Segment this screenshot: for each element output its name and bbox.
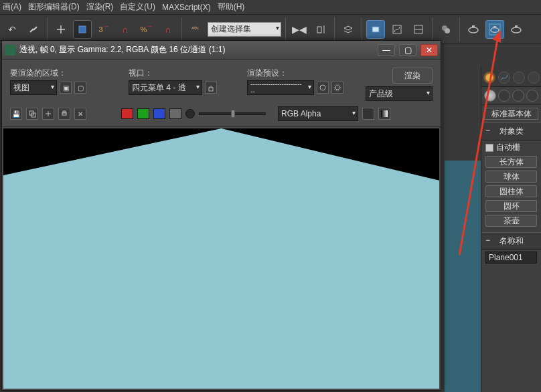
svg-rect-0 <box>79 26 86 33</box>
region-select-icon[interactable]: ▣ <box>60 82 72 94</box>
object-name-input[interactable]: Plane001 <box>485 252 537 264</box>
svg-rect-16 <box>209 88 213 91</box>
render-window-title: 透视, 帧 0, 显示 Gamma: 2.2, RGBA 颜色 16 位/通道 … <box>19 44 374 56</box>
svg-rect-10 <box>472 25 475 27</box>
menu-draw[interactable]: 画(A) <box>3 1 21 13</box>
layers-icon[interactable] <box>339 20 358 39</box>
align-icon[interactable] <box>311 20 330 39</box>
render-production-icon[interactable] <box>507 20 526 39</box>
render-setup-icon[interactable] <box>464 20 483 39</box>
viewport-dropdown[interactable]: 四元菜单 4 - 透 <box>129 80 202 95</box>
render-button[interactable]: 渲染 <box>392 68 433 84</box>
svg-rect-13 <box>493 26 496 28</box>
rendered-plane-shape <box>3 128 439 389</box>
modify-tab-icon[interactable] <box>498 72 510 84</box>
axis-icon[interactable] <box>52 20 70 39</box>
create-tab-icon[interactable] <box>483 72 495 84</box>
render-preset-label: 渲染预设： <box>247 68 359 79</box>
exposure-slider[interactable] <box>199 112 266 115</box>
command-panel: 标准基本体 − 对象类 自动栅 长方体 球体 圆柱体 圆环 茶壶 − 名称和 P… <box>481 67 541 392</box>
svg-rect-3 <box>372 27 379 32</box>
alpha-channel-toggle[interactable] <box>169 108 181 119</box>
green-channel-toggle[interactable] <box>137 108 149 119</box>
link-icon[interactable] <box>24 20 43 39</box>
save-image-icon[interactable]: 💾 <box>10 108 22 120</box>
exposure-slider-thumb[interactable] <box>231 110 235 118</box>
create-category-row <box>481 87 541 105</box>
viewport-label: 视口： <box>129 68 240 79</box>
clone-rendered-icon[interactable] <box>26 108 38 120</box>
torus-button[interactable]: 圆环 <box>485 200 537 212</box>
shapes-icon[interactable] <box>498 90 510 102</box>
mirror-icon[interactable]: ▶◀ <box>290 20 309 39</box>
clear-icon[interactable]: ✕ <box>74 108 86 120</box>
minimize-button[interactable]: — <box>378 44 395 56</box>
preset-dropdown[interactable]: ------------------------- <box>247 80 314 95</box>
lock-viewport-icon[interactable] <box>205 82 217 94</box>
lights-icon[interactable] <box>512 90 524 102</box>
autogrid-row: 自动栅 <box>481 140 541 155</box>
maximize-button[interactable]: ▢ <box>399 44 416 56</box>
schematic-view-icon[interactable] <box>366 20 385 39</box>
back-icon[interactable]: ↶ <box>3 20 21 39</box>
rendered-image-viewport[interactable] <box>3 128 439 389</box>
menu-graph-editors[interactable]: 图形编辑器(D) <box>28 1 80 13</box>
object-type-rollout-header[interactable]: − 对象类 <box>481 122 541 140</box>
close-button[interactable]: ✕ <box>420 44 438 56</box>
hierarchy-tab-icon[interactable] <box>513 72 525 84</box>
angle-snap-icon[interactable]: 3⌒ <box>94 20 113 39</box>
magnet-icon[interactable]: ∩ <box>159 20 177 39</box>
material-editor-icon[interactable] <box>437 20 455 39</box>
environment-icon[interactable] <box>317 82 329 94</box>
red-channel-toggle[interactable] <box>121 108 133 119</box>
named-selection-icon[interactable]: ᴬᴮᶜ <box>186 20 205 39</box>
cylinder-button[interactable]: 圆柱体 <box>485 185 537 197</box>
channel-dropdown[interactable]: RGB Alpha <box>278 106 358 121</box>
channel-swatch-icon[interactable] <box>362 108 374 120</box>
create-selection-set-dropdown[interactable]: 创建选择集 <box>208 22 281 37</box>
compare-icon[interactable] <box>42 108 54 120</box>
curve-editor-icon[interactable] <box>388 20 406 39</box>
perspective-viewport-partial[interactable] <box>445 161 481 392</box>
svg-point-9 <box>469 27 478 33</box>
teapot-button[interactable]: 茶壶 <box>485 215 537 227</box>
move-tool-icon[interactable] <box>73 20 92 39</box>
auto-region-icon[interactable]: ▢ <box>74 82 86 94</box>
snap-toggle-icon[interactable]: ∩ <box>116 20 135 39</box>
svg-rect-24 <box>381 110 388 117</box>
render-setup-small-icon[interactable] <box>331 82 343 94</box>
primitive-group-dropdown[interactable]: 标准基本体 <box>484 108 538 120</box>
production-dropdown[interactable]: 产品级 <box>366 86 433 101</box>
motion-tab-icon[interactable] <box>528 72 540 84</box>
render-options-row-1: 要渲染的区域： 视图 ▣ ▢ 视口： 四元菜单 4 - 透 渲染预设： ----… <box>2 60 441 104</box>
box-button[interactable]: 长方体 <box>485 156 537 168</box>
sphere-button[interactable]: 球体 <box>485 171 537 183</box>
geometry-icon[interactable] <box>484 90 496 102</box>
dope-sheet-icon[interactable] <box>409 20 428 39</box>
autogrid-checkbox[interactable] <box>485 144 493 152</box>
menu-customize[interactable]: 自定义(U) <box>120 1 155 13</box>
render-frame-window: 透视, 帧 0, 显示 Gamma: 2.2, RGBA 颜色 16 位/通道 … <box>1 40 441 391</box>
name-rollout-header[interactable]: − 名称和 <box>481 232 541 250</box>
area-to-render-label: 要渲染的区域： <box>10 68 122 79</box>
svg-point-14 <box>512 27 521 33</box>
render-window-icon <box>5 45 15 56</box>
blue-channel-toggle[interactable] <box>153 108 165 119</box>
svg-point-8 <box>445 28 450 33</box>
render-frame-icon[interactable] <box>485 20 504 39</box>
percent-snap-icon[interactable]: %⌒ <box>137 20 156 39</box>
autogrid-label: 自动栅 <box>496 142 520 153</box>
menu-help[interactable]: 帮助(H) <box>218 1 245 13</box>
ramp-icon[interactable] <box>378 108 390 120</box>
cameras-icon[interactable] <box>526 90 538 102</box>
svg-point-18 <box>335 86 339 90</box>
svg-rect-15 <box>515 25 518 27</box>
render-window-titlebar[interactable]: 透视, 帧 0, 显示 Gamma: 2.2, RGBA 颜色 16 位/通道 … <box>2 41 441 60</box>
svg-rect-1 <box>317 27 321 33</box>
mono-toggle-icon[interactable] <box>185 109 195 118</box>
area-to-render-dropdown[interactable]: 视图 <box>10 80 57 95</box>
menu-maxscript[interactable]: MAXScript(X) <box>162 3 211 12</box>
print-icon[interactable] <box>58 108 70 120</box>
render-options-row-2: 💾 ✕ RGB Alpha <box>2 104 441 127</box>
menu-render[interactable]: 渲染(R) <box>86 1 114 13</box>
